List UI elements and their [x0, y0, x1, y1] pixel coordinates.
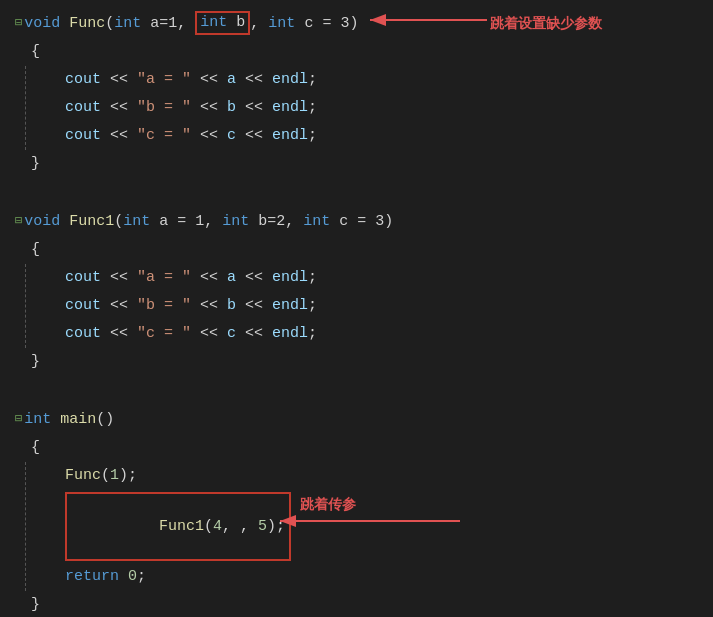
main-close-brace: }: [0, 591, 713, 617]
param-a: a=1,: [141, 12, 195, 36]
code-container: ⊟ void Func(int a=1, int b, int c = 3) 跳…: [0, 0, 713, 617]
func1-name: Func1: [69, 210, 114, 234]
func-body-line1: cout << "a = " << a << endl;: [0, 66, 713, 94]
func1-body-line3: cout << "c = " << c << endl;: [0, 320, 713, 348]
param-c: c = 3): [295, 12, 358, 36]
func-name: Func: [69, 12, 105, 36]
int-kw-c: int: [268, 12, 295, 36]
func1-close-brace: }: [0, 348, 713, 376]
int-keyword-main: int: [24, 408, 51, 432]
func1-block: ⊟ void Func1(int a = 1, int b=2, int c =…: [0, 208, 713, 376]
main-body-func1-call: Func1(4, , 5); 跳着传参: [0, 490, 713, 563]
func-body-line2: cout << "b = " << b << endl;: [0, 94, 713, 122]
void-keyword: void: [24, 12, 69, 36]
void-keyword-func1: void: [24, 210, 69, 234]
func1-open-brace: {: [0, 236, 713, 264]
annotation-skip-param: 跳着传参: [300, 493, 356, 515]
main-body-return: return 0;: [0, 563, 713, 591]
int-kw-b: int: [200, 14, 227, 31]
comma-c: ,: [250, 12, 268, 36]
func-body-line3: cout << "c = " << c << endl;: [0, 122, 713, 150]
open-paren: (: [105, 12, 114, 36]
main-name: main: [60, 408, 96, 432]
func1-body-line2: cout << "b = " << b << endl;: [0, 292, 713, 320]
func1-call-box: Func1(4, , 5);: [65, 492, 291, 561]
fold-marker-func[interactable]: ⊟: [15, 14, 22, 33]
func-block: ⊟ void Func(int a=1, int b, int c = 3) 跳…: [0, 10, 713, 178]
func1-signature-line: ⊟ void Func1(int a = 1, int b=2, int c =…: [0, 208, 713, 236]
main-open-brace: {: [0, 434, 713, 462]
fold-marker-main[interactable]: ⊟: [15, 410, 22, 429]
param-b-highlight: int b: [195, 11, 250, 35]
func-signature-line: ⊟ void Func(int a=1, int b, int c = 3) 跳…: [0, 10, 713, 38]
main-body-func-call: Func(1);: [0, 462, 713, 490]
param-b: b: [227, 14, 245, 31]
main-signature-line: ⊟ int main(): [0, 406, 713, 434]
fold-marker-func1[interactable]: ⊟: [15, 212, 22, 231]
int-kw-a: int: [114, 12, 141, 36]
annotation-missing-param: 跳着设置缺少参数: [490, 12, 602, 34]
main-block: ⊟ int main() { Func(1); Func1(4, , 5); 跳…: [0, 406, 713, 617]
func-close-brace: }: [0, 150, 713, 178]
func-open-brace: {: [0, 38, 713, 66]
func1-body-line1: cout << "a = " << a << endl;: [0, 264, 713, 292]
